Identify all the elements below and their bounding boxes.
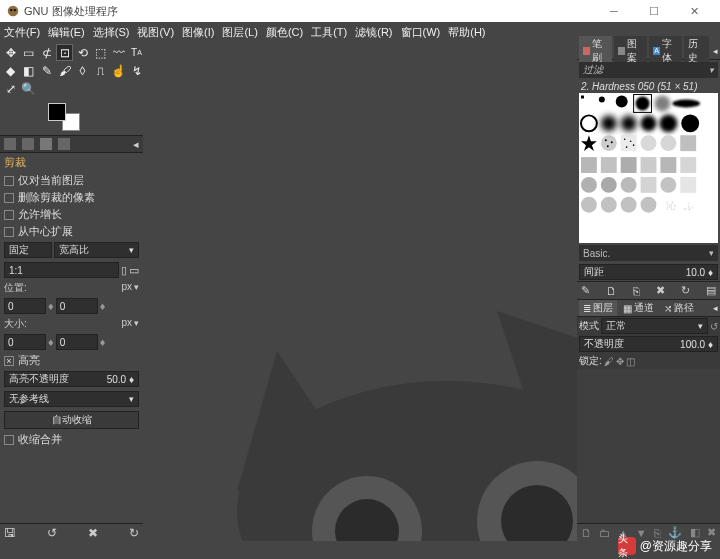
highlight-checkbox[interactable] [4,356,14,366]
zoom-tool[interactable]: 🔍 [20,80,37,97]
lock-pixels-icon[interactable]: 🖌 [604,356,614,367]
svg-point-23 [605,139,607,141]
patterns-tab[interactable]: 图案 [614,36,647,66]
undo-history-tab[interactable] [40,138,52,150]
brush-preset-select[interactable]: Basic.▾ [579,245,718,261]
history-tab[interactable]: 历史 [684,36,709,66]
menu-color[interactable]: 颜色(C) [266,25,303,40]
ratio-input[interactable]: 1:1 [4,262,119,278]
highlight-opacity-field[interactable]: 高亮不透明度50.0 ♦ [4,371,139,387]
landscape-icon[interactable]: ▭ [129,264,139,277]
fonts-tab[interactable]: A字体 [649,36,682,66]
delete-preset-icon[interactable]: ✖ [88,526,98,540]
shrink-merged-checkbox[interactable] [4,435,14,445]
foreground-color[interactable] [48,103,66,121]
tool-options-tabs: ◂ [0,135,143,153]
delete-brush-icon[interactable]: ✖ [656,284,665,297]
device-status-tab[interactable] [22,138,34,150]
svg-rect-39 [680,157,696,173]
toolbox: ✥ ▭ ⊄ ⊡ ⟲ ⬚ 〰 TA ◆ ◧ ✎ 🖌 ◊ ⎍ ☝ ↯ ⤢ 🔍 [0,42,143,99]
brush-grid[interactable]: 沁ふ [579,93,718,243]
color-picker-tool[interactable]: ⤢ [2,80,19,97]
maximize-button[interactable]: ☐ [634,0,674,22]
delete-cropped-checkbox[interactable] [4,193,14,203]
mode-select[interactable]: 正常▾ [601,318,708,334]
save-preset-icon[interactable]: 🖫 [4,526,16,540]
menu-file[interactable]: 文件(F) [4,25,40,40]
brushes-tab[interactable]: 笔刷 [579,36,612,66]
size-h-input[interactable]: 0 [56,334,98,350]
transform-tool[interactable]: ⬚ [92,44,109,61]
layer-group-icon[interactable]: 🗀 [599,527,610,539]
canvas-area[interactable] [143,42,577,541]
new-brush-icon[interactable]: 🗋 [606,285,617,297]
menu-image[interactable]: 图像(I) [182,25,214,40]
svg-point-29 [626,146,628,148]
dock-menu-icon[interactable]: ◂ [713,46,718,56]
svg-rect-8 [581,96,584,99]
reset-icon[interactable]: ↻ [129,526,139,540]
menu-edit[interactable]: 编辑(E) [48,25,85,40]
images-tab[interactable] [58,138,70,150]
menu-view[interactable]: 视图(V) [137,25,174,40]
position-x-input[interactable]: 0 [4,298,46,314]
tool-options-tab[interactable] [4,138,16,150]
layers-list[interactable] [577,369,720,523]
close-button[interactable]: ✕ [674,0,714,22]
menu-layer[interactable]: 图层(L) [222,25,257,40]
svg-rect-33 [680,135,696,151]
warp-tool[interactable]: 〰 [110,44,127,61]
menu-help[interactable]: 帮助(H) [448,25,485,40]
brush-tool[interactable]: 🖌 [56,62,73,79]
watermark-user: @资源趣分享 [640,538,712,555]
brush-filter[interactable]: 过滤▾ [579,62,718,78]
mode-reset-icon[interactable]: ↺ [710,321,718,332]
rotate-tool[interactable]: ⟲ [74,44,91,61]
fixed-mode-select[interactable]: 宽高比▾ [54,242,139,258]
svg-rect-37 [641,157,657,173]
crop-tool[interactable]: ⊡ [56,44,73,61]
spacing-field[interactable]: 间距10.0 ♦ [579,264,718,280]
auto-shrink-button[interactable]: 自动收缩 [4,411,139,429]
smudge-tool[interactable]: ☝ [110,62,127,79]
channels-tab[interactable]: ▦通道 [619,300,658,316]
new-layer-icon[interactable]: 🗋 [581,527,592,539]
clone-tool[interactable]: ⎍ [92,62,109,79]
edit-brush-icon[interactable]: ✎ [581,284,590,297]
eraser-tool[interactable]: ◊ [74,62,91,79]
menu-tools[interactable]: 工具(T) [311,25,347,40]
position-y-input[interactable]: 0 [56,298,98,314]
lock-alpha-icon[interactable]: ◫ [626,356,635,367]
layers-dock-menu-icon[interactable]: ◂ [713,303,718,313]
opacity-field[interactable]: 不透明度100.0 ♦ [579,336,718,352]
guide-select[interactable]: 无参考线▾ [4,391,139,407]
tab-menu-icon[interactable]: ◂ [133,138,139,151]
layers-tab[interactable]: ≣图层 [579,300,617,316]
rect-select-tool[interactable]: ▭ [20,44,37,61]
fixed-checkbox-label[interactable]: 固定 [4,242,52,258]
duplicate-brush-icon[interactable]: ⎘ [633,285,640,297]
bucket-tool[interactable]: ◆ [2,62,19,79]
open-as-image-icon[interactable]: ▤ [706,284,716,297]
menu-window[interactable]: 窗口(W) [401,25,441,40]
expand-center-checkbox[interactable] [4,227,14,237]
svg-rect-34 [581,157,597,173]
move-tool[interactable]: ✥ [2,44,19,61]
refresh-brush-icon[interactable]: ↻ [681,284,690,297]
menu-filters[interactable]: 滤镜(R) [355,25,392,40]
fg-bg-colors[interactable] [48,103,80,131]
lock-position-icon[interactable]: ✥ [616,356,624,367]
free-select-tool[interactable]: ⊄ [38,44,55,61]
size-w-input[interactable]: 0 [4,334,46,350]
position-label: 位置: px ▾ [0,280,143,296]
paths-tab[interactable]: ⤭路径 [660,300,698,316]
minimize-button[interactable]: ─ [594,0,634,22]
portrait-icon[interactable]: ▯ [121,264,127,277]
allow-grow-checkbox[interactable] [4,210,14,220]
restore-preset-icon[interactable]: ↺ [47,526,57,540]
gradient-tool[interactable]: ◧ [20,62,37,79]
svg-point-47 [601,197,617,213]
pencil-tool[interactable]: ✎ [38,62,55,79]
menu-select[interactable]: 选择(S) [93,25,130,40]
only-current-layer-checkbox[interactable] [4,176,14,186]
